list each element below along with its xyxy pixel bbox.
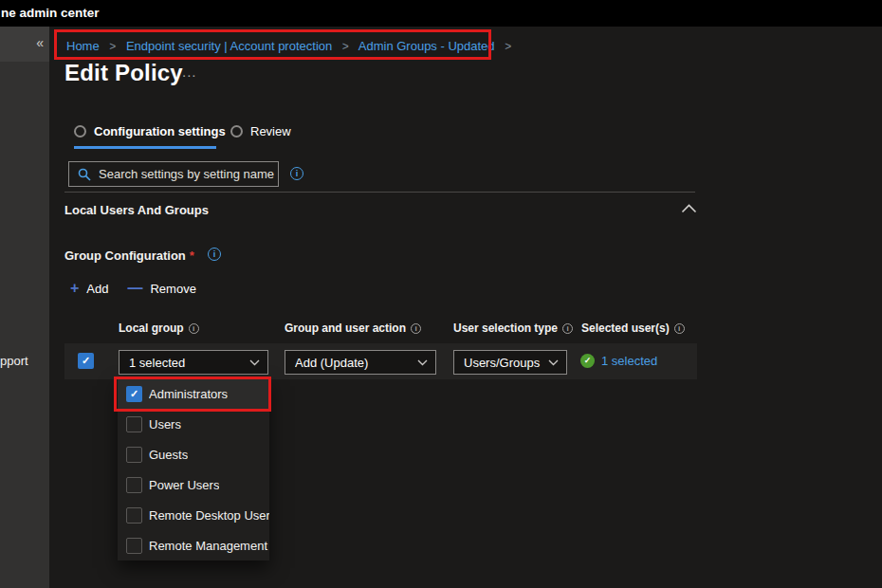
group-configuration-text: Group Configuration [64,248,186,263]
info-icon[interactable]: i [290,167,303,180]
option-checkbox[interactable] [126,416,142,432]
group-toolbar: + Add — Remove [70,281,196,296]
chevron-down-icon [548,359,559,366]
option-checkbox[interactable] [126,507,142,524]
column-header-local-group: Local group i [119,322,199,335]
remove-button[interactable]: — Remove [127,281,195,296]
dropdown-value: Add (Update) [295,356,412,370]
dropdown-value: 1 selected [129,356,244,370]
search-input[interactable] [99,167,278,181]
info-icon[interactable]: i [562,323,573,334]
check-icon: ✓ [82,356,90,366]
option-users[interactable]: Users [118,409,269,439]
column-header-selected-users: Selected user(s) i [581,322,685,335]
section-local-users-and-groups[interactable]: Local Users And Groups [64,203,209,217]
option-label: Guests [149,448,188,462]
tab-label: Review [250,124,291,138]
option-label: Remote Desktop Users [149,508,269,523]
active-tab-indicator [74,146,216,149]
remove-label: Remove [150,282,195,296]
tab-configuration-settings[interactable]: Configuration settings [74,124,226,138]
search-box[interactable] [68,161,279,187]
table-row: ✓ 1 selected Add (Update) Users/Groups ✓… [64,343,697,379]
search-icon [78,168,91,181]
option-label: Remote Management ... [149,539,269,553]
collapse-section-icon[interactable] [681,204,697,213]
collapse-sidebar-icon[interactable]: « [36,35,44,50]
dropdown-value: Users/Groups [464,356,542,370]
check-icon: ✓ [130,389,138,399]
breadcrumb-admin-groups-link[interactable]: Admin Groups - Updated [358,39,495,53]
more-options-icon[interactable]: ... [182,64,197,80]
column-label: Group and user action [285,322,406,335]
option-checkbox[interactable] [126,447,142,463]
option-guests[interactable]: Guests [118,439,269,469]
local-group-dropdown[interactable]: 1 selected [119,350,268,375]
breadcrumb-home-link[interactable]: Home [66,39,100,53]
option-label: Power Users [149,478,219,492]
breadcrumb-separator: > [505,40,511,53]
option-label: Administrators [149,387,228,401]
local-group-dropdown-menu: ✓ Administrators Users Guests Power User… [118,378,269,560]
group-user-action-dropdown[interactable]: Add (Update) [285,350,436,375]
option-checkbox[interactable]: ✓ [126,386,142,402]
step-radio-icon [74,125,86,138]
step-radio-icon [230,125,243,138]
breadcrumb-endpoint-security-link[interactable]: Endpoint security | Account protection [126,39,332,53]
check-icon: ✓ [584,357,592,365]
sidebar-collapse-button[interactable]: « [0,27,49,62]
top-bar: ne admin center [0,0,882,27]
required-asterisk: * [190,248,194,263]
sidebar: « pport [0,27,49,588]
section-divider [64,192,695,193]
selected-users-status[interactable]: ✓ 1 selected [580,354,657,368]
add-button[interactable]: + Add [70,281,108,296]
tab-review[interactable]: Review [230,124,291,138]
breadcrumb-separator: > [109,40,116,53]
add-label: Add [86,282,108,296]
option-administrators[interactable]: ✓ Administrators [118,378,269,409]
add-icon: + [70,281,79,296]
success-check-icon: ✓ [580,354,595,368]
row-checkbox[interactable]: ✓ [78,353,94,369]
column-header-user-selection-type: User selection type i [453,322,573,335]
tab-label: Configuration settings [94,124,226,138]
option-power-users[interactable]: Power Users [118,469,269,500]
info-icon[interactable]: i [189,323,199,334]
info-icon[interactable]: i [208,248,221,261]
option-label: Users [149,417,181,432]
user-selection-type-dropdown[interactable]: Users/Groups [453,350,567,375]
column-label: Selected user(s) [581,322,670,335]
option-remote-desktop-users[interactable]: Remote Desktop Users [118,500,269,530]
chevron-down-icon [417,359,428,366]
info-icon[interactable]: i [674,323,685,334]
option-remote-management[interactable]: Remote Management ... [118,530,269,560]
group-configuration-label: Group Configuration* [64,248,194,263]
breadcrumb: Home > Endpoint security | Account prote… [66,39,518,53]
column-label: User selection type [453,322,558,335]
selected-users-link[interactable]: 1 selected [601,354,657,368]
app-title: ne admin center [1,0,100,27]
column-header-group-user-action: Group and user action i [285,322,421,335]
info-icon[interactable]: i [411,323,421,334]
breadcrumb-separator: > [342,40,349,53]
remove-icon: — [127,281,142,296]
column-label: Local group [119,322,184,335]
chevron-down-icon [249,359,260,366]
option-checkbox[interactable] [126,538,142,554]
page-title: Edit Policy [64,60,183,86]
option-checkbox[interactable] [126,477,142,493]
sidebar-item-support[interactable]: pport [0,354,28,368]
